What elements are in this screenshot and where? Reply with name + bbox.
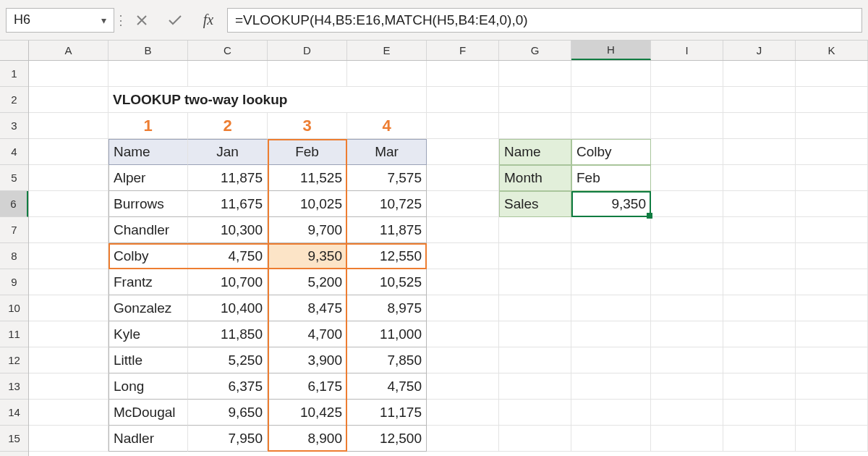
cell[interactable] [723, 269, 796, 295]
cell[interactable] [499, 295, 571, 321]
cell[interactable] [29, 269, 109, 295]
cell[interactable] [796, 269, 868, 295]
cell[interactable] [571, 217, 651, 243]
sheet-area[interactable]: VLOOKUP two-way lookup 1 2 3 4 Name Jan … [29, 61, 868, 456]
cell[interactable] [723, 321, 796, 347]
table-cell[interactable]: 9,350 [268, 243, 347, 269]
cell[interactable] [29, 243, 109, 269]
cell[interactable] [651, 217, 723, 243]
table-cell[interactable]: 5,250 [188, 347, 268, 373]
chevron-down-icon[interactable]: ▾ [101, 14, 106, 26]
lookup-label[interactable]: Sales [499, 191, 571, 217]
table-cell[interactable]: 10,700 [188, 269, 268, 295]
col-header[interactable]: H [571, 41, 651, 60]
cell[interactable] [427, 347, 499, 373]
table-cell[interactable]: 6,175 [268, 373, 347, 400]
cell[interactable] [571, 269, 651, 295]
lookup-result[interactable]: 9,350 [571, 191, 651, 217]
cell[interactable] [29, 139, 109, 165]
row-header[interactable]: 5 [0, 165, 28, 191]
table-cell[interactable]: 8,900 [268, 426, 347, 452]
col-header[interactable]: G [499, 41, 571, 60]
cell[interactable] [499, 269, 571, 295]
cell[interactable] [796, 295, 868, 321]
cell[interactable] [571, 295, 651, 321]
cell[interactable] [571, 400, 651, 426]
col-header[interactable]: A [29, 41, 109, 60]
column-index-label[interactable]: 4 [347, 113, 427, 139]
cell[interactable] [651, 373, 723, 400]
row-header[interactable]: 8 [0, 243, 28, 269]
cell[interactable] [427, 426, 499, 452]
table-cell[interactable]: 10,425 [268, 400, 347, 426]
table-header[interactable]: Jan [188, 139, 268, 165]
cell[interactable] [499, 400, 571, 426]
table-cell[interactable]: 3,900 [268, 347, 347, 373]
cell[interactable] [723, 113, 796, 139]
table-cell[interactable]: 4,700 [268, 321, 347, 347]
cell[interactable] [29, 113, 109, 139]
cell[interactable] [723, 347, 796, 373]
cell[interactable] [723, 426, 796, 452]
cell[interactable] [723, 191, 796, 217]
cell[interactable] [723, 139, 796, 165]
table-cell[interactable]: Kyle [109, 321, 188, 347]
table-cell[interactable]: 12,550 [347, 243, 427, 269]
name-box[interactable]: H6 ▾ [6, 8, 114, 33]
cell[interactable] [796, 243, 868, 269]
cell[interactable] [723, 87, 796, 113]
cell[interactable] [571, 113, 651, 139]
cell[interactable] [268, 61, 347, 87]
cell[interactable] [571, 426, 651, 452]
cell[interactable] [651, 400, 723, 426]
table-cell[interactable]: 6,375 [188, 373, 268, 400]
cell[interactable] [347, 61, 427, 87]
table-cell[interactable]: Chandler [109, 217, 188, 243]
table-cell[interactable]: 11,875 [347, 217, 427, 243]
cell[interactable] [796, 113, 868, 139]
table-cell[interactable]: 12,500 [347, 426, 427, 452]
row-header[interactable]: 13 [0, 373, 28, 400]
cell[interactable] [571, 321, 651, 347]
cell[interactable] [427, 321, 499, 347]
row-header[interactable]: 10 [0, 295, 28, 321]
cell[interactable] [29, 165, 109, 191]
cell[interactable] [571, 373, 651, 400]
cell[interactable] [796, 61, 868, 87]
row-header[interactable]: 3 [0, 113, 28, 139]
table-cell[interactable]: Frantz [109, 269, 188, 295]
cell[interactable] [109, 61, 188, 87]
table-cell[interactable]: 11,850 [188, 321, 268, 347]
row-header[interactable]: 1 [0, 61, 28, 87]
table-cell[interactable]: 10,025 [268, 191, 347, 217]
cell[interactable] [796, 373, 868, 400]
row-header[interactable]: 11 [0, 321, 28, 347]
lookup-value[interactable]: Colby [571, 139, 651, 165]
cell[interactable] [651, 269, 723, 295]
col-header[interactable]: F [427, 41, 499, 60]
cell[interactable] [651, 113, 723, 139]
table-cell[interactable]: 7,575 [347, 165, 427, 191]
table-cell[interactable]: 10,300 [188, 217, 268, 243]
cell[interactable] [427, 373, 499, 400]
cell[interactable] [499, 113, 571, 139]
cell[interactable] [427, 269, 499, 295]
cell[interactable] [796, 347, 868, 373]
cell[interactable] [571, 61, 651, 87]
cell[interactable] [651, 426, 723, 452]
table-cell[interactable]: 11,525 [268, 165, 347, 191]
table-cell[interactable]: Burrows [109, 191, 188, 217]
col-header[interactable]: E [347, 41, 427, 60]
table-cell[interactable]: 9,700 [268, 217, 347, 243]
cell[interactable] [651, 87, 723, 113]
cell[interactable] [427, 191, 499, 217]
col-header[interactable]: C [188, 41, 268, 60]
table-cell[interactable]: 10,400 [188, 295, 268, 321]
cell[interactable] [29, 295, 109, 321]
cell[interactable] [499, 347, 571, 373]
cell[interactable] [651, 165, 723, 191]
cell[interactable] [427, 113, 499, 139]
cell[interactable] [723, 400, 796, 426]
cell[interactable] [723, 243, 796, 269]
cell[interactable] [499, 321, 571, 347]
